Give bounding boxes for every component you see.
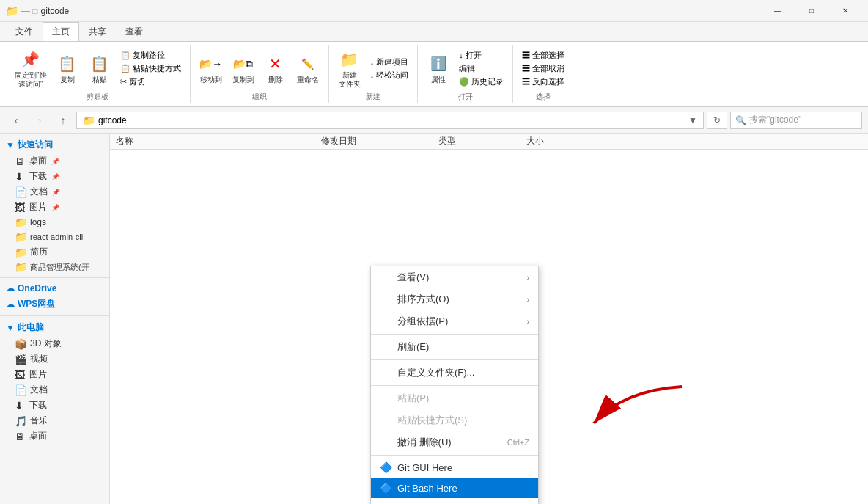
copy-label: 复制: [60, 76, 75, 84]
address-path-box[interactable]: 📁 gitcode ▼: [76, 112, 704, 129]
shop-icon: 📁: [15, 261, 27, 273]
easy-access-button[interactable]: ↓ 轻松访问: [367, 69, 412, 81]
open-button[interactable]: ↓ 打开: [456, 49, 507, 62]
ribbon-group-select: ☰ 全部选择 ☰ 全部取消 ☰ 反向选择 选择: [513, 45, 573, 103]
red-arrow-indicator: [579, 383, 696, 442]
new-buttons: 📁 新建文件夹 ↓ 新建项目 ↓ 轻松访问: [335, 46, 412, 90]
tab-home[interactable]: 主页: [43, 22, 79, 41]
paste-button[interactable]: 📋 粘贴: [85, 51, 114, 86]
properties-button[interactable]: ℹ️ 属性: [424, 51, 453, 86]
new-folder-button[interactable]: 📁 新建文件夹: [335, 46, 364, 90]
paste-shortcut-button[interactable]: 📋 粘贴快捷方式: [117, 62, 184, 75]
move-icon: 📂→: [199, 52, 223, 76]
docs2-label: 文档: [30, 384, 48, 396]
refresh-button[interactable]: ↻: [707, 112, 727, 129]
clipboard-label: 剪贴板: [87, 92, 108, 102]
up-button[interactable]: ↑: [53, 110, 73, 131]
col-header-size[interactable]: 大小: [526, 135, 585, 147]
wps-label: WPS网盘: [18, 298, 55, 310]
ctx-git-bash[interactable]: 🔷 Git Bash Here: [371, 478, 538, 498]
copyto-button[interactable]: 📂⧉ 复制到: [229, 51, 258, 86]
ctx-sep2: [371, 359, 538, 360]
sidebar-item-shop[interactable]: 📁 商品管理系统(开: [0, 260, 109, 274]
pin-label: 固定到"快速访问": [15, 71, 47, 89]
desktop2-label: 桌面: [29, 430, 47, 442]
sidebar-quick-access-header[interactable]: ▼ 快速访问: [0, 136, 109, 153]
tab-share[interactable]: 共享: [79, 22, 116, 41]
ctx-paste-shortcut-label: 粘贴快捷方式(S): [397, 414, 467, 427]
ctx-undo-delete[interactable]: 撤消 删除(U) Ctrl+Z: [371, 431, 538, 453]
address-dropdown-arrow[interactable]: ▼: [688, 115, 697, 125]
sidebar-item-react[interactable]: 📁 react-admin-cli: [0, 230, 109, 244]
close-button[interactable]: ✕: [828, 0, 862, 22]
back-button[interactable]: ‹: [6, 110, 26, 131]
react-label: react-admin-cli: [30, 233, 83, 241]
ribbon-tabs: 文件 主页 共享 查看: [0, 22, 868, 41]
ctx-customize[interactable]: 自定义文件夹(F)...: [371, 362, 538, 384]
col-header-date[interactable]: 修改日期: [321, 135, 438, 147]
address-bar: ‹ › ↑ 📁 gitcode ▼ ↻ 🔍 搜索"gitcode": [0, 107, 868, 134]
copy-button[interactable]: 📋 复制: [53, 51, 82, 86]
ctx-paste[interactable]: 粘贴(P): [371, 387, 538, 409]
tab-file[interactable]: 文件: [6, 22, 43, 41]
ctx-undo-shortcut: Ctrl+Z: [507, 438, 529, 447]
ctx-sort[interactable]: 排序方式(O) ›: [371, 288, 538, 310]
select-all-button[interactable]: ☰ 全部选择: [519, 49, 567, 62]
sidebar-item-3d[interactable]: 📦 3D 对象: [0, 336, 109, 351]
delete-label: 删除: [268, 76, 283, 84]
ctx-group[interactable]: 分组依据(P) ›: [371, 310, 538, 332]
edit-button[interactable]: 编辑: [456, 62, 507, 75]
col-header-name[interactable]: 名称: [116, 135, 321, 147]
title-controls: — □ ✕: [761, 0, 862, 22]
cut-button[interactable]: ✂ 剪切: [117, 76, 184, 88]
search-box[interactable]: 🔍 搜索"gitcode": [730, 112, 862, 129]
sidebar-item-video[interactable]: 🎬 视频: [0, 351, 109, 367]
sidebar-item-music[interactable]: 🎵 音乐: [0, 413, 109, 428]
pin-indicator3: 📌: [52, 189, 60, 196]
sidebar-item-dl2[interactable]: ⬇ 下载: [0, 398, 109, 413]
pin-icon: 📌: [19, 48, 43, 71]
sidebar-item-desktop2[interactable]: 🖥 桌面: [0, 428, 109, 444]
ctx-git-gui[interactable]: 🔷 Git GUI Here: [371, 457, 538, 478]
copy-path-button[interactable]: 📋 复制路径: [117, 49, 184, 62]
downloads-icon: ⬇: [15, 171, 26, 183]
open-label: 打开: [458, 92, 473, 102]
new-item-button[interactable]: ↓ 新建项目: [367, 56, 412, 68]
new-label: 新建: [366, 92, 380, 102]
new-folder-icon: 📁: [338, 48, 361, 71]
maximize-button[interactable]: □: [795, 0, 828, 22]
sidebar-wps-header[interactable]: ☁ WPS网盘: [0, 296, 109, 313]
sidebar-item-downloads[interactable]: ⬇ 下载 📌: [0, 169, 109, 184]
context-menu: 查看(V) › 排序方式(O) › 分组依据(P) › 刷新(E) 自定义文: [370, 266, 539, 504]
ctx-paste-shortcut[interactable]: 粘贴快捷方式(S): [371, 409, 538, 431]
rename-button[interactable]: ✏️ 重命名: [293, 51, 323, 86]
sidebar-item-pictures2[interactable]: 🖼 图片: [0, 367, 109, 382]
history-button[interactable]: 🟢 历史记录: [456, 76, 507, 88]
sidebar-item-logs[interactable]: 📁 logs: [0, 215, 109, 230]
sidebar-item-pictures[interactable]: 🖼 图片 📌: [0, 200, 109, 215]
sidebar-item-docs2[interactable]: 📄 文档: [0, 382, 109, 398]
search-placeholder: 搜索"gitcode": [749, 114, 801, 126]
delete-button[interactable]: ✕ 删除: [261, 51, 290, 86]
col-header-type[interactable]: 类型: [438, 135, 526, 147]
thispc-chevron: ▼: [6, 323, 15, 333]
ctx-refresh[interactable]: 刷新(E): [371, 336, 538, 358]
desktop2-icon: 🖥: [15, 431, 26, 442]
sidebar-item-documents[interactable]: 📄 文档 📌: [0, 184, 109, 200]
sidebar-thispc-header[interactable]: ▼ 此电脑: [0, 319, 109, 336]
minimize-button[interactable]: —: [761, 0, 795, 22]
sidebar-item-resume[interactable]: 📁 简历: [0, 244, 109, 260]
tab-view[interactable]: 查看: [116, 22, 152, 41]
pin-button[interactable]: 📌 固定到"快速访问": [12, 46, 50, 90]
wps-icon: ☁: [6, 299, 15, 310]
forward-button[interactable]: ›: [29, 110, 50, 131]
sidebar-item-desktop[interactable]: 🖥 桌面 📌: [0, 153, 109, 169]
sidebar-onedrive-header[interactable]: ☁ OneDrive: [0, 281, 109, 296]
ctx-view[interactable]: 查看(V) ›: [371, 266, 538, 288]
deselect-all-button[interactable]: ☰ 全部取消: [519, 62, 567, 75]
move-button[interactable]: 📂→ 移动到: [196, 51, 226, 86]
invert-select-button[interactable]: ☰ 反向选择: [519, 76, 567, 88]
resume-label: 简历: [30, 246, 48, 258]
react-icon: 📁: [15, 231, 27, 243]
rename-icon: ✏️: [296, 52, 320, 76]
